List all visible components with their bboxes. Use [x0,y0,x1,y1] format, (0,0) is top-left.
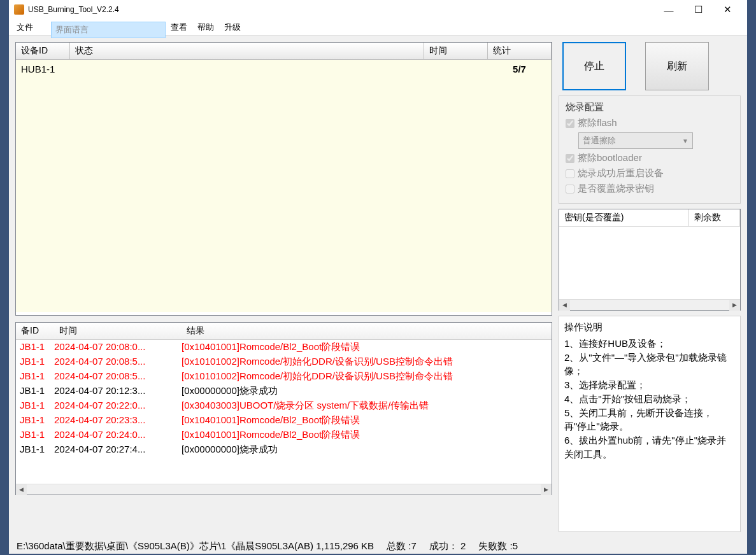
col-status[interactable]: 状态 [69,43,424,60]
right-panel: 停止 刷新 烧录配置 擦除flash 普通擦除▼ 擦除bootloader 烧录… [559,42,741,532]
scroll-right-icon[interactable]: ▶ [729,300,740,311]
statusbar: E:\360data\重要数据\桌面\《S905L3A(B)》芯片\1《晶晨S9… [9,538,747,554]
window-title: USB_Burning_Tool_V2.2.4 [28,5,654,14]
erase-mode-select[interactable]: 普通擦除▼ [578,132,693,149]
maximize-button[interactable]: ☐ [683,0,713,19]
menu-upgrade[interactable]: 升级 [219,19,246,35]
log-scrollbar[interactable]: ◀ ▶ [16,484,552,495]
minimize-button[interactable]: — [654,0,683,19]
scroll-right-icon[interactable]: ▶ [541,484,552,495]
main-window: USB_Burning_Tool_V2.2.4 — ☐ ✕ 文件 界面语言 查看… [9,0,747,554]
log-col-id[interactable]: 备ID [16,323,54,339]
instruction-line: 5、关闭工具前，先断开设备连接，再"停止"烧录。 [564,406,735,434]
content-area: 设备ID 状态 时间 统计 HUB1-1 5/7 [9,36,747,538]
left-panel: 设备ID 状态 时间 统计 HUB1-1 5/7 [15,42,552,532]
status-success: 成功： 2 [423,540,473,552]
reboot-checkbox[interactable] [566,169,574,178]
instruction-line: 4、点击"开始"按钮启动烧录； [564,392,735,406]
col-device-id[interactable]: 设备ID [16,43,69,60]
log-row[interactable]: JB1-12024-04-07 20:08:5...[0x10101002]Ro… [16,355,552,369]
menu-view[interactable]: 查看 [166,19,192,35]
close-button[interactable]: ✕ [713,0,742,19]
menu-file[interactable]: 文件 [11,19,38,35]
log-row[interactable]: JB1-12024-04-07 20:24:0...[0x10401001]Ro… [16,428,552,442]
instruction-line: 1、连接好HUB及设备； [564,337,735,351]
chevron-down-icon: ▼ [682,137,688,144]
key-table: 密钥(是否覆盖) 剩余数 ◀ ▶ [559,209,741,311]
key-scrollbar[interactable]: ◀ ▶ [559,299,740,310]
burn-config-group: 烧录配置 擦除flash 普通擦除▼ 擦除bootloader 烧录成功后重启设… [559,95,741,204]
status-total: 总数 :7 [380,540,423,552]
config-title: 烧录配置 [566,101,734,113]
key-col-1[interactable]: 密钥(是否覆盖) [559,209,689,226]
col-time[interactable]: 时间 [424,43,488,60]
app-icon [14,4,24,15]
erase-bootloader-checkbox[interactable] [566,154,574,163]
log-row[interactable]: JB1-12024-04-07 20:23:3...[0x10401001]Ro… [16,413,552,428]
status-path: E:\360data\重要数据\桌面\《S905L3A(B)》芯片\1《晶晨S9… [10,540,380,552]
log-row[interactable]: JB1-12024-04-07 20:12:3...[0x00000000]烧录… [16,384,552,398]
overwrite-key-checkbox[interactable] [566,185,574,193]
log-col-time[interactable]: 时间 [54,323,182,339]
erase-flash-checkbox[interactable] [566,119,574,128]
menubar: 文件 界面语言 查看 帮助 升级 [9,19,747,36]
log-row[interactable]: JB1-12024-04-07 20:27:4...[0x00000000]烧录… [16,442,552,457]
log-row[interactable]: JB1-12024-04-07 20:22:0...[0x30403003]UB… [16,398,552,413]
instructions-panel: 操作说明 1、连接好HUB及设备；2、从"文件"—"导入烧录包"加载烧录镜像；3… [559,316,741,532]
log-row[interactable]: JB1-12024-04-07 20:08:0...[0x10401001]Ro… [16,340,552,355]
stop-button[interactable]: 停止 [562,42,626,90]
log-col-result[interactable]: 结果 [182,323,552,339]
refresh-button[interactable]: 刷新 [645,42,709,90]
instruction-line: 6、拔出外置hub前，请先"停止"烧录并关闭工具。 [564,433,735,461]
device-row[interactable]: HUB1-1 5/7 [16,60,552,78]
instruction-line: 3、选择烧录配置； [564,378,735,392]
status-fail: 失败数 :5 [472,540,524,552]
titlebar[interactable]: USB_Burning_Tool_V2.2.4 — ☐ ✕ [9,0,747,19]
log-row[interactable]: JB1-12024-04-07 20:08:5...[0x10101002]Ro… [16,369,552,384]
instructions-title: 操作说明 [564,320,735,334]
device-table: 设备ID 状态 时间 统计 HUB1-1 5/7 [15,42,552,316]
log-table: 备ID 时间 结果 JB1-12024-04-07 20:08:0...[0x1… [15,322,552,495]
menu-help[interactable]: 帮助 [192,19,219,35]
key-col-2[interactable]: 剩余数 [689,209,740,226]
scroll-left-icon[interactable]: ◀ [16,484,27,495]
col-stat[interactable]: 统计 [488,43,552,60]
instruction-line: 2、从"文件"—"导入烧录包"加载烧录镜像； [564,351,735,379]
scroll-left-icon[interactable]: ◀ [559,300,570,311]
